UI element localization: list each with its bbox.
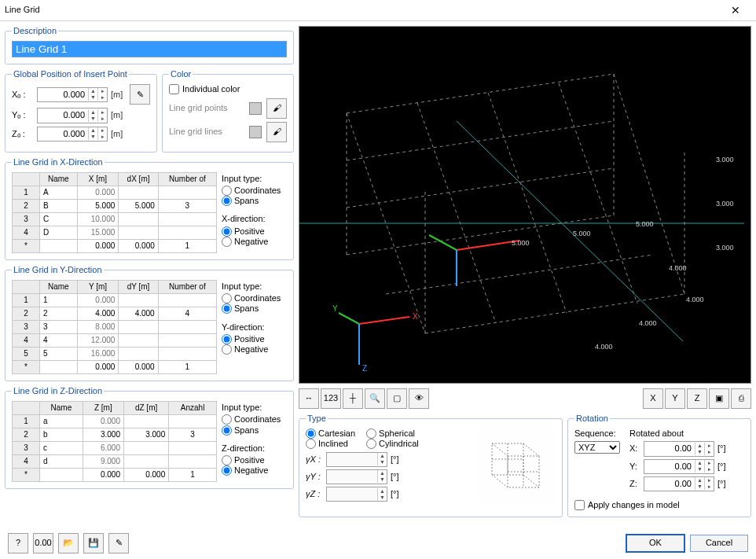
x-negative-radio[interactable]: Negative	[222, 237, 287, 247]
svg-text:4.000: 4.000	[669, 264, 687, 272]
rot-z-spinner[interactable]: ▲▼▸▸	[644, 476, 714, 491]
description-input[interactable]	[12, 41, 287, 57]
table-row[interactable]: 3C10.000	[13, 212, 217, 226]
tool-view-icon[interactable]: ▢	[387, 388, 407, 409]
type-inclined-radio[interactable]: Inclined	[306, 439, 355, 449]
y0-label: Y₀ :	[12, 110, 34, 120]
edit-icon[interactable]: ✎	[108, 533, 129, 553]
table-row[interactable]: *0.0000.0001	[13, 239, 217, 252]
table-row[interactable]: 3c6.000	[13, 442, 217, 455]
dialog-footer: ? 0.00 📂 💾 ✎ OK Cancel	[0, 533, 756, 553]
sequence-select[interactable]: XYZ	[574, 441, 620, 454]
points-color-swatch[interactable]	[249, 102, 262, 115]
x-positive-radio[interactable]: Positive	[222, 226, 287, 237]
x0-spinner[interactable]: ▲▼▸▸	[37, 87, 108, 102]
units-icon[interactable]: 0.00	[33, 533, 53, 553]
table-row[interactable]: 1A0.000	[13, 186, 217, 199]
color-group: Color Individual color Line grid points🖌…	[162, 69, 294, 152]
global-position-group: Global Position of Insert Point X₀ : ▲▼▸…	[5, 69, 157, 152]
svg-text:5.000: 5.000	[573, 230, 591, 237]
description-group: Description	[5, 26, 294, 64]
global-position-legend: Global Position of Insert Point	[12, 69, 129, 79]
preview-viewport[interactable]: X Y Z 5.0005.0005.000 4.0004.0004.0004.0…	[299, 26, 751, 384]
grid-points-label: Line grid points	[169, 103, 228, 113]
y-positive-radio[interactable]: Positive	[222, 334, 287, 344]
lines-color-swatch[interactable]	[249, 126, 262, 138]
rot-y-spinner[interactable]: ▲▼▸▸	[644, 459, 714, 474]
table-row[interactable]: 224.0004.0004	[13, 307, 217, 320]
svg-text:4.000: 4.000	[595, 343, 613, 351]
rot-x-spinner[interactable]: ▲▼▸▸	[644, 441, 714, 456]
points-color-button[interactable]: 🖌	[266, 98, 287, 119]
grid-lines-label: Line grid lines	[169, 127, 222, 137]
cancel-button[interactable]: Cancel	[690, 535, 748, 551]
gamma-z-spinner[interactable]: ▲▼	[326, 487, 387, 502]
svg-text:4.000: 4.000	[686, 296, 704, 303]
z0-label: Z₀ :	[12, 129, 34, 139]
lines-color-button[interactable]: 🖌	[266, 122, 287, 142]
y0-spinner[interactable]: ▲▼▸▸	[37, 108, 108, 123]
gamma-x-spinner[interactable]: ▲▼	[326, 452, 387, 467]
svg-text:X: X	[413, 312, 418, 321]
close-icon[interactable]: ✕	[720, 4, 751, 17]
svg-line-39	[492, 443, 508, 456]
z-spans-radio[interactable]: Spans	[222, 425, 287, 436]
save-icon[interactable]: 💾	[83, 533, 104, 553]
ok-button[interactable]: OK	[626, 534, 685, 552]
title-bar: Line Grid ✕	[0, 0, 756, 21]
table-row[interactable]: 4412.000	[13, 333, 217, 347]
table-row[interactable]: 4D15.000	[13, 226, 217, 239]
table-row[interactable]: *0.0000.0001	[13, 360, 217, 373]
z-positive-radio[interactable]: Positive	[222, 455, 287, 465]
svg-text:3.000: 3.000	[716, 244, 734, 252]
tool-measure-icon[interactable]: 123	[321, 388, 341, 409]
apply-changes-checkbox[interactable]: Apply changes in model	[574, 500, 744, 510]
tool-zoom-icon[interactable]: 🔍	[365, 388, 385, 409]
table-row[interactable]: 5516.000	[13, 347, 217, 360]
tool-axis-icon[interactable]: ┼	[343, 388, 363, 409]
z-direction-table[interactable]: NameZ [m]dZ [m]Anzahl 1a0.0002b3.0003.00…	[12, 401, 217, 482]
y-direction-table[interactable]: NameY [m]dY [m]Number of 110.000224.0004…	[12, 280, 217, 374]
table-row[interactable]: 110.000	[13, 293, 217, 307]
table-row[interactable]: 338.000	[13, 320, 217, 333]
table-row[interactable]: 4d9.000	[13, 455, 217, 469]
z0-spinner[interactable]: ▲▼▸▸	[37, 127, 108, 142]
y-negative-radio[interactable]: Negative	[222, 344, 287, 355]
individual-color-checkbox[interactable]: Individual color	[169, 84, 287, 94]
y-spans-radio[interactable]: Spans	[222, 303, 287, 314]
svg-text:3.000: 3.000	[716, 156, 734, 164]
type-spherical-radio[interactable]: Spherical	[366, 428, 419, 439]
x-spans-radio[interactable]: Spans	[222, 196, 287, 206]
z-negative-radio[interactable]: Negative	[222, 465, 287, 476]
type-cartesian-radio[interactable]: Cartesian	[306, 428, 355, 439]
svg-line-41	[492, 475, 508, 487]
open-icon[interactable]: 📂	[58, 533, 79, 553]
x-coords-radio[interactable]: Coordinates	[222, 186, 287, 196]
gamma-y-spinner[interactable]: ▲▼	[326, 469, 387, 484]
tool-eye-icon[interactable]: 👁	[409, 388, 429, 409]
svg-text:Z: Z	[362, 364, 367, 373]
preview-toolbar: ↔ 123 ┼ 🔍 ▢ 👁 X Y Z ▣ ⎙	[299, 388, 751, 409]
table-row[interactable]: *0.0000.0001	[13, 469, 217, 482]
svg-text:5.000: 5.000	[636, 220, 654, 228]
view-z-icon[interactable]: Z	[687, 388, 707, 409]
z-coords-radio[interactable]: Coordinates	[222, 414, 287, 425]
tool-pan-icon[interactable]: ↔	[299, 388, 319, 409]
x-direction-table[interactable]: NameX [m]dX [m]Number of 1A0.0002B5.0005…	[12, 172, 217, 253]
type-cylindrical-radio[interactable]: Cylindrical	[366, 439, 419, 449]
view-x-icon[interactable]: X	[643, 388, 663, 409]
view-y-icon[interactable]: Y	[665, 388, 685, 409]
table-row[interactable]: 2b3.0003.0003	[13, 428, 217, 442]
view-print-icon[interactable]: ⎙	[731, 388, 751, 409]
svg-text:5.000: 5.000	[512, 239, 530, 247]
svg-text:Y: Y	[332, 304, 338, 313]
y-direction-group: Line Grid in Y-Direction NameY [m]dY [m]…	[5, 265, 294, 381]
description-legend: Description	[12, 26, 58, 36]
table-row[interactable]: 1a0.000	[13, 415, 217, 428]
table-row[interactable]: 2B5.0005.0003	[13, 199, 217, 212]
svg-line-42	[523, 475, 539, 487]
view-iso-icon[interactable]: ▣	[709, 388, 729, 409]
pick-point-icon[interactable]: ✎	[130, 84, 150, 105]
help-icon[interactable]: ?	[8, 533, 28, 553]
y-coords-radio[interactable]: Coordinates	[222, 293, 287, 303]
